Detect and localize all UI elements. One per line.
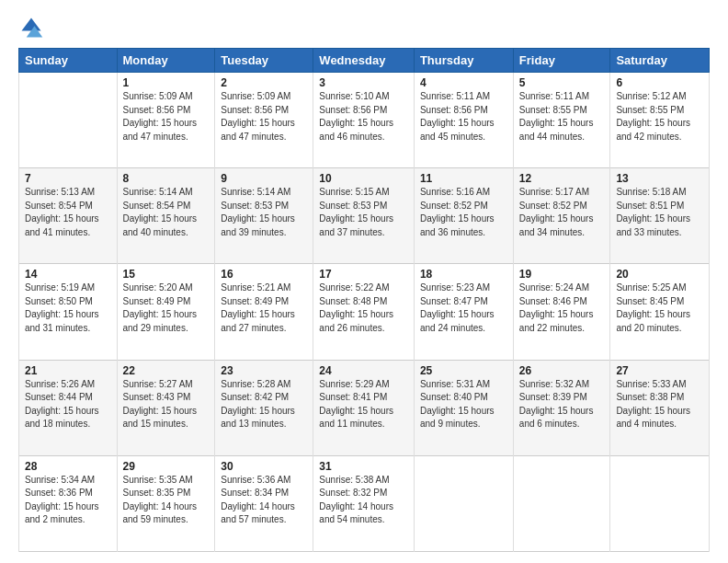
- day-info: Sunrise: 5:09 AM Sunset: 8:56 PM Dayligh…: [123, 90, 210, 144]
- day-number: 26: [519, 364, 605, 377]
- calendar-cell: 17Sunrise: 5:22 AM Sunset: 8:48 PM Dayli…: [313, 264, 415, 360]
- day-number: 7: [25, 172, 111, 185]
- calendar-body: 1Sunrise: 5:09 AM Sunset: 8:56 PM Daylig…: [19, 73, 710, 552]
- day-number: 13: [616, 172, 703, 185]
- calendar-week-row: 1Sunrise: 5:09 AM Sunset: 8:56 PM Daylig…: [19, 73, 710, 168]
- calendar-header: SundayMondayTuesdayWednesdayThursdayFrid…: [19, 49, 710, 73]
- calendar-cell: 10Sunrise: 5:15 AM Sunset: 8:53 PM Dayli…: [313, 168, 415, 264]
- calendar-week-row: 7Sunrise: 5:13 AM Sunset: 8:54 PM Daylig…: [19, 168, 710, 264]
- day-number: 19: [519, 268, 605, 281]
- day-number: 20: [616, 268, 703, 281]
- day-number: 3: [319, 76, 408, 89]
- day-number: 4: [420, 76, 507, 89]
- calendar-cell: 29Sunrise: 5:35 AM Sunset: 8:35 PM Dayli…: [117, 455, 215, 551]
- day-info: Sunrise: 5:23 AM Sunset: 8:47 PM Dayligh…: [420, 282, 507, 335]
- day-info: Sunrise: 5:21 AM Sunset: 8:49 PM Dayligh…: [221, 282, 307, 335]
- calendar-cell: 1Sunrise: 5:09 AM Sunset: 8:56 PM Daylig…: [117, 73, 215, 168]
- calendar-cell: 23Sunrise: 5:28 AM Sunset: 8:42 PM Dayli…: [215, 360, 313, 455]
- calendar-table: SundayMondayTuesdayWednesdayThursdayFrid…: [18, 48, 710, 552]
- day-info: Sunrise: 5:29 AM Sunset: 8:41 PM Dayligh…: [319, 378, 408, 431]
- day-info: Sunrise: 5:17 AM Sunset: 8:52 PM Dayligh…: [519, 186, 605, 239]
- day-number: 6: [616, 76, 703, 89]
- day-number: 27: [616, 364, 703, 377]
- calendar-cell: [19, 73, 118, 168]
- calendar-cell: 2Sunrise: 5:09 AM Sunset: 8:56 PM Daylig…: [215, 73, 313, 168]
- day-info: Sunrise: 5:14 AM Sunset: 8:53 PM Dayligh…: [221, 186, 307, 239]
- day-info: Sunrise: 5:13 AM Sunset: 8:54 PM Dayligh…: [25, 186, 111, 239]
- day-info: Sunrise: 5:36 AM Sunset: 8:34 PM Dayligh…: [221, 474, 307, 527]
- day-number: 29: [123, 460, 210, 473]
- day-number: 2: [221, 76, 307, 89]
- calendar-cell: 9Sunrise: 5:14 AM Sunset: 8:53 PM Daylig…: [215, 168, 313, 264]
- day-info: Sunrise: 5:27 AM Sunset: 8:43 PM Dayligh…: [123, 378, 210, 431]
- calendar-cell: [414, 455, 513, 551]
- calendar-page: SundayMondayTuesdayWednesdayThursdayFrid…: [0, 0, 728, 563]
- day-info: Sunrise: 5:10 AM Sunset: 8:56 PM Dayligh…: [319, 90, 408, 144]
- calendar-cell: 18Sunrise: 5:23 AM Sunset: 8:47 PM Dayli…: [414, 264, 513, 360]
- weekday-header: Wednesday: [313, 49, 415, 73]
- calendar-cell: 26Sunrise: 5:32 AM Sunset: 8:39 PM Dayli…: [513, 360, 610, 455]
- day-number: 16: [221, 268, 307, 281]
- day-info: Sunrise: 5:32 AM Sunset: 8:39 PM Dayligh…: [519, 378, 605, 431]
- logo-icon: [18, 15, 44, 40]
- calendar-week-row: 14Sunrise: 5:19 AM Sunset: 8:50 PM Dayli…: [19, 264, 710, 360]
- calendar-cell: 5Sunrise: 5:11 AM Sunset: 8:55 PM Daylig…: [513, 73, 610, 168]
- calendar-cell: 7Sunrise: 5:13 AM Sunset: 8:54 PM Daylig…: [19, 168, 118, 264]
- day-info: Sunrise: 5:09 AM Sunset: 8:56 PM Dayligh…: [221, 90, 307, 144]
- day-info: Sunrise: 5:31 AM Sunset: 8:40 PM Dayligh…: [420, 378, 507, 431]
- calendar-cell: 16Sunrise: 5:21 AM Sunset: 8:49 PM Dayli…: [215, 264, 313, 360]
- day-number: 30: [221, 460, 307, 473]
- calendar-cell: 21Sunrise: 5:26 AM Sunset: 8:44 PM Dayli…: [19, 360, 118, 455]
- calendar-cell: 3Sunrise: 5:10 AM Sunset: 8:56 PM Daylig…: [313, 73, 415, 168]
- calendar-cell: 12Sunrise: 5:17 AM Sunset: 8:52 PM Dayli…: [513, 168, 610, 264]
- day-number: 17: [319, 268, 408, 281]
- day-info: Sunrise: 5:16 AM Sunset: 8:52 PM Dayligh…: [420, 186, 507, 239]
- day-info: Sunrise: 5:19 AM Sunset: 8:50 PM Dayligh…: [25, 282, 111, 335]
- calendar-cell: 30Sunrise: 5:36 AM Sunset: 8:34 PM Dayli…: [215, 455, 313, 551]
- day-number: 21: [25, 364, 111, 377]
- day-number: 22: [123, 364, 210, 377]
- calendar: SundayMondayTuesdayWednesdayThursdayFrid…: [18, 48, 710, 552]
- calendar-cell: 24Sunrise: 5:29 AM Sunset: 8:41 PM Dayli…: [313, 360, 415, 455]
- calendar-week-row: 28Sunrise: 5:34 AM Sunset: 8:36 PM Dayli…: [19, 455, 710, 551]
- calendar-week-row: 21Sunrise: 5:26 AM Sunset: 8:44 PM Dayli…: [19, 360, 710, 455]
- day-number: 28: [25, 460, 111, 473]
- calendar-cell: 14Sunrise: 5:19 AM Sunset: 8:50 PM Dayli…: [19, 264, 118, 360]
- day-info: Sunrise: 5:22 AM Sunset: 8:48 PM Dayligh…: [319, 282, 408, 335]
- day-info: Sunrise: 5:14 AM Sunset: 8:54 PM Dayligh…: [123, 186, 210, 239]
- weekday-header: Sunday: [19, 49, 118, 73]
- day-info: Sunrise: 5:11 AM Sunset: 8:55 PM Dayligh…: [519, 90, 605, 144]
- calendar-cell: 8Sunrise: 5:14 AM Sunset: 8:54 PM Daylig…: [117, 168, 215, 264]
- calendar-cell: 20Sunrise: 5:25 AM Sunset: 8:45 PM Dayli…: [610, 264, 710, 360]
- weekday-header: Monday: [117, 49, 215, 73]
- day-info: Sunrise: 5:26 AM Sunset: 8:44 PM Dayligh…: [25, 378, 111, 431]
- day-number: 1: [123, 76, 210, 89]
- day-number: 10: [319, 172, 408, 185]
- day-number: 25: [420, 364, 507, 377]
- day-info: Sunrise: 5:34 AM Sunset: 8:36 PM Dayligh…: [25, 474, 111, 527]
- day-number: 12: [519, 172, 605, 185]
- weekday-header: Tuesday: [215, 49, 313, 73]
- day-info: Sunrise: 5:24 AM Sunset: 8:46 PM Dayligh…: [519, 282, 605, 335]
- calendar-cell: [513, 455, 610, 551]
- day-number: 23: [221, 364, 307, 377]
- day-number: 31: [319, 460, 408, 473]
- day-number: 15: [123, 268, 210, 281]
- calendar-cell: 13Sunrise: 5:18 AM Sunset: 8:51 PM Dayli…: [610, 168, 710, 264]
- day-info: Sunrise: 5:28 AM Sunset: 8:42 PM Dayligh…: [221, 378, 307, 431]
- day-info: Sunrise: 5:38 AM Sunset: 8:32 PM Dayligh…: [319, 474, 408, 527]
- weekday-header: Friday: [513, 49, 610, 73]
- calendar-cell: 19Sunrise: 5:24 AM Sunset: 8:46 PM Dayli…: [513, 264, 610, 360]
- logo: [18, 15, 48, 40]
- day-info: Sunrise: 5:20 AM Sunset: 8:49 PM Dayligh…: [123, 282, 210, 335]
- calendar-cell: 11Sunrise: 5:16 AM Sunset: 8:52 PM Dayli…: [414, 168, 513, 264]
- calendar-cell: 22Sunrise: 5:27 AM Sunset: 8:43 PM Dayli…: [117, 360, 215, 455]
- calendar-cell: 25Sunrise: 5:31 AM Sunset: 8:40 PM Dayli…: [414, 360, 513, 455]
- calendar-cell: 27Sunrise: 5:33 AM Sunset: 8:38 PM Dayli…: [610, 360, 710, 455]
- calendar-cell: 15Sunrise: 5:20 AM Sunset: 8:49 PM Dayli…: [117, 264, 215, 360]
- header: [18, 15, 710, 40]
- day-number: 24: [319, 364, 408, 377]
- day-info: Sunrise: 5:11 AM Sunset: 8:56 PM Dayligh…: [420, 90, 507, 144]
- day-number: 18: [420, 268, 507, 281]
- calendar-cell: [610, 455, 710, 551]
